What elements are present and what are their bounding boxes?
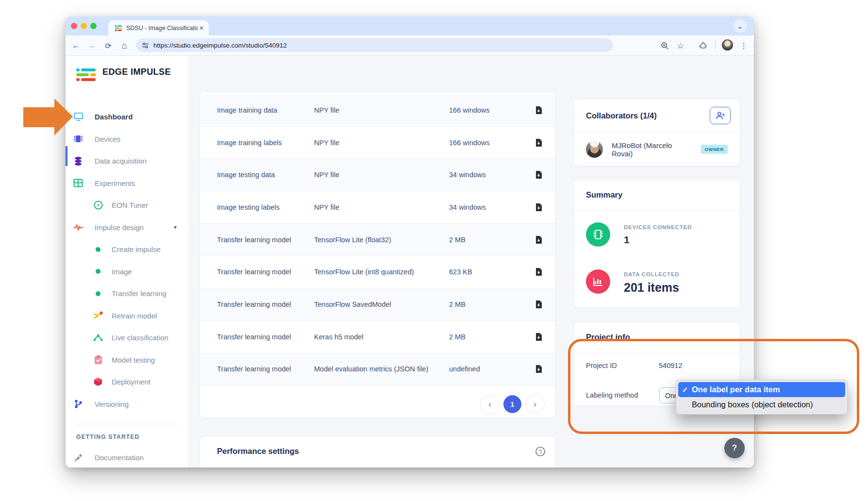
mac-close-light[interactable] — [71, 23, 77, 29]
chevron-down-icon[interactable]: ▾ — [174, 224, 177, 231]
box-icon — [93, 376, 103, 388]
table-grid-icon — [72, 177, 84, 189]
git-branch-icon — [72, 398, 84, 410]
labeling-method-dropdown: ✓ One label per data item Bounding boxes… — [676, 380, 848, 415]
add-collaborator-button[interactable] — [710, 107, 731, 124]
devices-connected-value: 1 — [624, 234, 630, 246]
annotation-arrow-icon — [21, 96, 75, 137]
shuffle-icon — [93, 310, 103, 321]
sidebar-item-dashboard[interactable]: Dashboard — [66, 106, 188, 128]
extensions-icon[interactable] — [698, 40, 709, 51]
edge-impulse-logo-icon — [76, 68, 99, 82]
table-row[interactable]: Transfer learning modelTensorFlow SavedM… — [200, 288, 555, 320]
sidebar-item-live-classification[interactable]: Live classification — [66, 327, 188, 349]
browser-tab[interactable]: SDSU - Image Classification - ✕ — [108, 20, 209, 35]
sidebar-item-documentation[interactable]: Documentation — [66, 447, 188, 468]
file-download-icon[interactable] — [529, 268, 548, 276]
dropdown-option-one-label[interactable]: ✓ One label per data item — [678, 382, 845, 397]
table-row[interactable]: Transfer learning modelKeras h5 model2 M… — [200, 320, 555, 353]
sidebar: EDGE IMPULSE Dashboard Devices — [66, 55, 188, 468]
mac-zoom-light[interactable] — [90, 23, 97, 29]
getting-started-label: GETTING STARTED — [76, 434, 139, 440]
file-download-icon[interactable] — [529, 333, 548, 341]
summary-card: Summary DEVICES CONNECTED 1 DATA COLLECT… — [574, 181, 739, 307]
clipboard-check-icon — [93, 354, 103, 366]
downloads-table-card: Image training dataNPY file166 windows I… — [200, 92, 555, 418]
file-download-icon[interactable] — [529, 171, 548, 179]
sidebar-item-devices[interactable]: Devices — [66, 128, 188, 150]
table-row[interactable]: Image testing labelsNPY file34 windows — [200, 191, 555, 223]
file-download-icon[interactable] — [529, 236, 548, 244]
performance-settings-card: Performance settings ? Use GPU for train… — [200, 437, 555, 468]
sidebar-item-data-acquisition[interactable]: Data acquisition — [66, 150, 188, 172]
browser-menu-icon[interactable]: ⋮ — [738, 40, 750, 51]
forward-button[interactable]: → — [86, 40, 98, 51]
pagination-page-1[interactable]: 1 — [503, 395, 521, 413]
reload-button[interactable]: ⟳ — [102, 40, 114, 51]
table-row[interactable]: Image training labelsNPY file166 windows — [200, 126, 555, 159]
table-row[interactable]: Transfer learning modelModel evaluation … — [200, 353, 555, 385]
sidebar-item-impulse-design[interactable]: Impulse design ▾ — [66, 217, 188, 239]
sidebar-item-eon-tuner[interactable]: EON Tuner — [66, 194, 188, 217]
profile-avatar[interactable] — [722, 39, 733, 50]
mac-minimize-light[interactable] — [81, 23, 87, 29]
file-download-icon[interactable] — [529, 139, 548, 147]
devices-connected-icon — [586, 222, 610, 247]
sidebar-item-create-impulse[interactable]: Create impulse — [66, 238, 188, 261]
table-row[interactable]: Image training dataNPY file166 windows — [200, 94, 555, 126]
tab-close-icon[interactable]: ✕ — [198, 25, 205, 32]
sidebar-divider — [75, 424, 179, 424]
data-collected-value: 201 items — [624, 281, 679, 295]
help-floating-button[interactable]: ? — [724, 438, 745, 458]
devices-connected-label: DEVICES CONNECTED — [624, 224, 692, 230]
zoom-icon[interactable] — [659, 40, 670, 51]
file-download-icon[interactable] — [529, 365, 548, 373]
check-icon: ✓ — [678, 385, 692, 394]
site-settings-icon — [142, 42, 149, 49]
sidebar-item-image[interactable]: Image — [66, 261, 188, 283]
green-dot-icon — [93, 288, 103, 300]
file-download-icon[interactable] — [529, 203, 548, 211]
collaborators-card: Collaborators (1/4) MJRoBot (Marcelo Rov… — [574, 100, 739, 166]
collaborator-avatar[interactable] — [586, 141, 603, 158]
table-row[interactable]: Transfer learning modelTensorFlow Lite (… — [200, 255, 555, 288]
collaborators-title: Collaborators (1/4) — [586, 111, 657, 120]
table-row[interactable]: Image testing dataNPY file34 windows — [200, 158, 555, 191]
help-circle-icon[interactable]: ? — [535, 446, 546, 459]
bookmark-star-icon[interactable]: ☆ — [675, 40, 686, 51]
card-divider — [574, 210, 739, 210]
url-text: https://studio.edgeimpulse.com/studio/54… — [153, 42, 287, 49]
back-button[interactable]: ← — [70, 40, 82, 51]
pagination-prev-button[interactable]: ‹ — [480, 395, 500, 414]
url-bar[interactable]: https://studio.edgeimpulse.com/studio/54… — [136, 38, 613, 52]
sidebar-item-deployment[interactable]: Deployment — [66, 371, 188, 393]
sidebar-item-model-testing[interactable]: Model testing — [66, 349, 188, 371]
data-collected-label: DATA COLLECTED — [624, 271, 679, 277]
home-button[interactable]: ⌂ — [118, 40, 130, 51]
screenshot-root: ⌄ SDSU - Image Classification - ✕ + ← → … — [0, 0, 868, 501]
file-download-icon[interactable] — [529, 301, 548, 308]
person-plus-icon — [716, 112, 725, 119]
sidebar-item-versioning[interactable]: Versioning — [66, 393, 188, 416]
summary-title: Summary — [586, 190, 622, 200]
brand-wordmark: EDGE IMPULSE — [102, 67, 171, 77]
sidebar-item-retrain-model[interactable]: Retrain model — [66, 305, 188, 327]
sidebar-item-transfer-learning[interactable]: Transfer learning — [66, 283, 188, 305]
sidebar-nav: Dashboard Devices Data acquisition — [66, 106, 188, 415]
collaborator-name: MJRoBot (Marcelo Rovai) — [612, 141, 695, 158]
compass-icon — [93, 200, 103, 211]
rocket-icon — [72, 452, 84, 464]
green-dot-icon — [93, 244, 103, 255]
file-download-icon[interactable] — [529, 106, 548, 114]
table-row[interactable]: Transfer learning modelTensorFlow Lite (… — [200, 223, 555, 256]
active-item-indicator — [66, 146, 67, 166]
sidebar-item-experiments[interactable]: Experiments — [66, 172, 188, 195]
performance-settings-title: Performance settings — [217, 447, 299, 456]
pagination-next-button[interactable]: › — [525, 395, 545, 414]
bezier-icon — [93, 332, 103, 344]
browser-toolbar: ← → ⟳ ⌂ https://studio.edgeimpulse.com/s… — [66, 35, 754, 56]
tab-title: SDSU - Image Classification - — [126, 25, 198, 32]
tab-search-chevron-icon[interactable]: ⌄ — [734, 19, 747, 33]
card-divider — [200, 466, 555, 467]
dropdown-option-bounding-boxes[interactable]: Bounding boxes (object detection) — [678, 397, 845, 412]
